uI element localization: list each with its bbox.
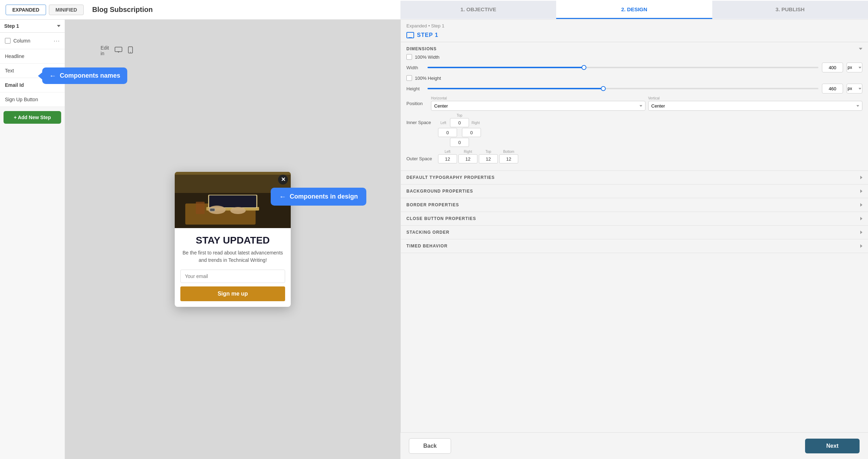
vertical-label: Vertical bbox=[648, 96, 863, 100]
width-label: Width bbox=[406, 65, 424, 70]
mobile-icon[interactable] bbox=[127, 45, 134, 56]
outer-left-input[interactable]: 12 bbox=[438, 154, 457, 163]
add-step-button[interactable]: + Add New Step bbox=[4, 111, 61, 124]
svg-rect-15 bbox=[175, 172, 291, 175]
components-design-label: Components in design bbox=[290, 193, 358, 200]
tab-objective[interactable]: 1. OBJECTIVE bbox=[400, 1, 556, 19]
horizontal-label: Horizontal bbox=[431, 96, 645, 100]
dimensions-header[interactable]: DIMENSIONS bbox=[406, 46, 862, 51]
right-panel: Expanded • Step 1 STEP 1 DIMENSIONS 100%… bbox=[400, 20, 868, 459]
vertical-chevron-icon bbox=[856, 105, 859, 107]
stacking-order-section[interactable]: STACKING ORDER bbox=[401, 226, 868, 239]
dimensions-chevron-icon bbox=[859, 48, 862, 50]
width-slider-row: Width 400 px bbox=[406, 63, 862, 72]
desktop-icon[interactable] bbox=[113, 45, 124, 56]
height-slider-track[interactable] bbox=[427, 88, 818, 89]
inner-right-input[interactable]: 0 bbox=[462, 128, 481, 137]
inner-top-input[interactable]: 0 bbox=[450, 118, 469, 127]
step-header-title: STEP 1 bbox=[417, 32, 438, 38]
edit-in-bar: Edit in bbox=[130, 43, 141, 58]
close-button-chevron-icon bbox=[860, 217, 862, 220]
bottom-bar: Back Next bbox=[400, 432, 868, 459]
inner-left-label: Left bbox=[438, 121, 449, 125]
sidebar-item-label: Headline bbox=[5, 53, 24, 59]
main-canvas: Edit in ✕ bbox=[65, 20, 400, 459]
background-section[interactable]: BACKGROUND PROPERTIES bbox=[401, 185, 868, 198]
border-section[interactable]: BORDER PROPERTIES bbox=[401, 198, 868, 212]
popup-body: STAY UPDATED Be the first to read about … bbox=[175, 228, 291, 307]
tab-publish[interactable]: 3. PUBLISH bbox=[712, 1, 868, 19]
sidebar-item-label: Email Id bbox=[5, 82, 24, 88]
height100-checkbox[interactable] bbox=[406, 75, 412, 81]
width-unit-select[interactable]: px bbox=[847, 63, 862, 72]
timed-behavior-title: TIMED BEHAVIOR bbox=[406, 244, 448, 248]
minified-tab[interactable]: MINIFIED bbox=[49, 5, 84, 15]
dots-icon[interactable]: ⋯ bbox=[53, 37, 60, 45]
step-selector[interactable]: Step 1 bbox=[0, 20, 65, 33]
width-slider-track[interactable] bbox=[427, 67, 818, 68]
svg-rect-10 bbox=[209, 195, 256, 207]
inner-right-label: Right bbox=[470, 121, 481, 125]
outer-bottom-input[interactable]: 12 bbox=[499, 154, 518, 163]
components-names-label: Components names bbox=[60, 72, 120, 79]
stacking-order-chevron-icon bbox=[860, 231, 862, 234]
sidebar-item-column[interactable]: Column ⋯ bbox=[0, 33, 65, 49]
width100-row: 100% Width bbox=[406, 54, 862, 60]
width-value-box[interactable]: 400 bbox=[822, 63, 843, 72]
svg-rect-13 bbox=[210, 208, 215, 211]
outer-bottom-cell: Bottom 12 bbox=[499, 150, 518, 163]
inner-left-input[interactable]: 0 bbox=[438, 128, 457, 137]
outer-top-input[interactable]: 12 bbox=[479, 154, 498, 163]
step-label: Step 1 bbox=[4, 23, 19, 29]
inner-space-row: Inner Space Top Left 0 Right 0 0 0 bbox=[406, 114, 862, 147]
email-input[interactable] bbox=[180, 270, 285, 283]
width100-checkbox[interactable] bbox=[406, 54, 412, 60]
outer-space-grid: Left 12 Right 12 Top 12 Bottom 12 bbox=[438, 150, 518, 163]
bubble-arrow-icon: ← bbox=[49, 72, 56, 80]
height-slider-thumb[interactable] bbox=[601, 86, 606, 91]
height-unit-select[interactable]: px bbox=[847, 84, 862, 93]
width100-label: 100% Width bbox=[415, 54, 439, 60]
dimensions-title: DIMENSIONS bbox=[406, 46, 437, 51]
height-value-box[interactable]: 460 bbox=[822, 84, 843, 93]
popup-text: Be the first to read about latest advanc… bbox=[180, 249, 285, 264]
timed-behavior-section[interactable]: TIMED BEHAVIOR bbox=[401, 239, 868, 253]
step-header: STEP 1 bbox=[401, 30, 868, 42]
border-title: BORDER PROPERTIES bbox=[406, 202, 459, 207]
horizontal-select[interactable]: Center bbox=[431, 101, 645, 111]
edit-in-label: Edit in bbox=[101, 45, 109, 56]
width-slider-thumb[interactable] bbox=[581, 65, 586, 70]
components-names-bubble: ← Components names bbox=[42, 67, 127, 84]
inner-top-label: Top bbox=[450, 114, 469, 117]
height-slider-row: Height 460 px bbox=[406, 84, 862, 93]
position-row: Position Horizontal Center Vertical Cent… bbox=[406, 96, 862, 111]
inner-bottom-input[interactable]: 0 bbox=[450, 138, 469, 147]
background-title: BACKGROUND PROPERTIES bbox=[406, 189, 473, 194]
sidebar-item-signup[interactable]: Sign Up Button bbox=[0, 92, 65, 107]
sidebar-item-label: Text bbox=[5, 68, 14, 73]
next-button[interactable]: Next bbox=[805, 439, 860, 453]
height100-label: 100% Height bbox=[415, 76, 441, 81]
background-chevron-icon bbox=[860, 189, 862, 193]
popup-close-button[interactable]: ✕ bbox=[278, 175, 288, 185]
border-chevron-icon bbox=[860, 203, 862, 207]
svg-rect-0 bbox=[115, 47, 122, 52]
chevron-down-icon bbox=[57, 25, 60, 27]
bubble-arrow-icon2: ← bbox=[279, 193, 286, 201]
signup-button[interactable]: Sign me up bbox=[180, 286, 285, 301]
typography-chevron-icon bbox=[860, 176, 862, 179]
popup-headline: STAY UPDATED bbox=[180, 235, 285, 246]
tab-design[interactable]: 2. DESIGN bbox=[556, 1, 712, 19]
monitor-icon bbox=[406, 32, 414, 38]
typography-section[interactable]: DEFAULT TYPOGRAPHY PROPERTIES bbox=[401, 171, 868, 185]
sidebar-item-headline[interactable]: Headline bbox=[0, 49, 65, 64]
close-button-section[interactable]: CLOSE BUTTON PROPERTIES bbox=[401, 212, 868, 226]
width-slider-fill bbox=[427, 67, 584, 68]
outer-space-label: Outer Space bbox=[406, 150, 435, 161]
expanded-tab[interactable]: EXPANDED bbox=[6, 5, 46, 15]
position-label: Position bbox=[406, 101, 427, 106]
left-sidebar: Step 1 Column ⋯ Headline Text Email Id S… bbox=[0, 20, 65, 459]
outer-right-input[interactable]: 12 bbox=[458, 154, 477, 163]
back-button[interactable]: Back bbox=[409, 438, 451, 454]
vertical-select[interactable]: Center bbox=[648, 101, 863, 111]
